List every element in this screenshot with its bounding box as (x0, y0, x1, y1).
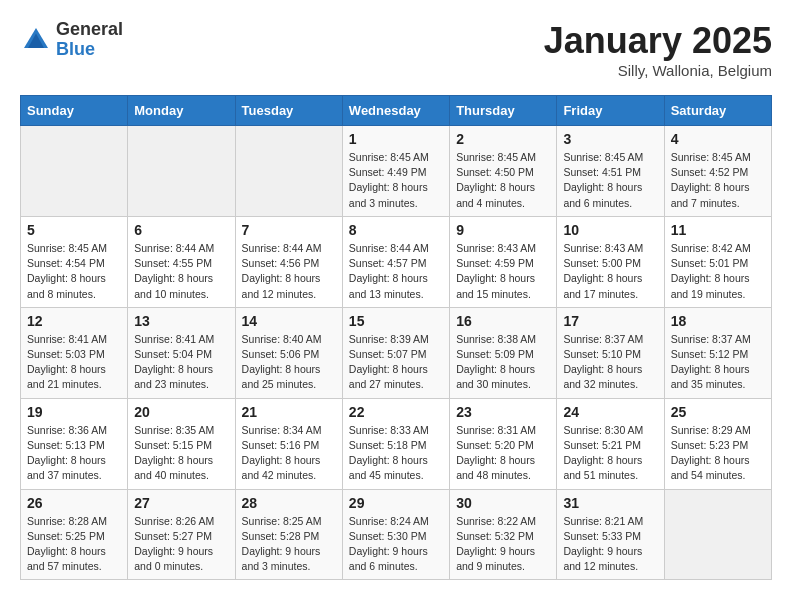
day-number: 29 (349, 495, 443, 511)
calendar-cell (21, 126, 128, 217)
calendar-cell: 6Sunrise: 8:44 AM Sunset: 4:55 PM Daylig… (128, 216, 235, 307)
day-info: Sunrise: 8:45 AM Sunset: 4:52 PM Dayligh… (671, 150, 765, 211)
calendar-cell: 28Sunrise: 8:25 AM Sunset: 5:28 PM Dayli… (235, 489, 342, 580)
calendar-week-row: 26Sunrise: 8:28 AM Sunset: 5:25 PM Dayli… (21, 489, 772, 580)
calendar-cell: 16Sunrise: 8:38 AM Sunset: 5:09 PM Dayli… (450, 307, 557, 398)
calendar-week-row: 19Sunrise: 8:36 AM Sunset: 5:13 PM Dayli… (21, 398, 772, 489)
day-info: Sunrise: 8:43 AM Sunset: 4:59 PM Dayligh… (456, 241, 550, 302)
day-number: 13 (134, 313, 228, 329)
day-info: Sunrise: 8:34 AM Sunset: 5:16 PM Dayligh… (242, 423, 336, 484)
day-info: Sunrise: 8:45 AM Sunset: 4:54 PM Dayligh… (27, 241, 121, 302)
day-number: 26 (27, 495, 121, 511)
logo-text: General Blue (56, 20, 123, 60)
header-cell-sunday: Sunday (21, 96, 128, 126)
day-info: Sunrise: 8:40 AM Sunset: 5:06 PM Dayligh… (242, 332, 336, 393)
calendar-cell: 26Sunrise: 8:28 AM Sunset: 5:25 PM Dayli… (21, 489, 128, 580)
calendar-cell: 14Sunrise: 8:40 AM Sunset: 5:06 PM Dayli… (235, 307, 342, 398)
calendar-header: SundayMondayTuesdayWednesdayThursdayFrid… (21, 96, 772, 126)
calendar-week-row: 1Sunrise: 8:45 AM Sunset: 4:49 PM Daylig… (21, 126, 772, 217)
calendar-cell: 8Sunrise: 8:44 AM Sunset: 4:57 PM Daylig… (342, 216, 449, 307)
calendar-cell: 24Sunrise: 8:30 AM Sunset: 5:21 PM Dayli… (557, 398, 664, 489)
title-block: January 2025 Silly, Wallonia, Belgium (544, 20, 772, 79)
day-number: 12 (27, 313, 121, 329)
day-info: Sunrise: 8:25 AM Sunset: 5:28 PM Dayligh… (242, 514, 336, 575)
day-info: Sunrise: 8:45 AM Sunset: 4:49 PM Dayligh… (349, 150, 443, 211)
day-number: 17 (563, 313, 657, 329)
calendar-cell (128, 126, 235, 217)
calendar-cell: 1Sunrise: 8:45 AM Sunset: 4:49 PM Daylig… (342, 126, 449, 217)
calendar-cell: 19Sunrise: 8:36 AM Sunset: 5:13 PM Dayli… (21, 398, 128, 489)
day-info: Sunrise: 8:37 AM Sunset: 5:12 PM Dayligh… (671, 332, 765, 393)
day-info: Sunrise: 8:41 AM Sunset: 5:03 PM Dayligh… (27, 332, 121, 393)
day-number: 11 (671, 222, 765, 238)
calendar-cell: 23Sunrise: 8:31 AM Sunset: 5:20 PM Dayli… (450, 398, 557, 489)
day-number: 10 (563, 222, 657, 238)
calendar-week-row: 5Sunrise: 8:45 AM Sunset: 4:54 PM Daylig… (21, 216, 772, 307)
day-info: Sunrise: 8:44 AM Sunset: 4:57 PM Dayligh… (349, 241, 443, 302)
day-info: Sunrise: 8:28 AM Sunset: 5:25 PM Dayligh… (27, 514, 121, 575)
day-number: 31 (563, 495, 657, 511)
day-info: Sunrise: 8:31 AM Sunset: 5:20 PM Dayligh… (456, 423, 550, 484)
calendar-cell (664, 489, 771, 580)
day-info: Sunrise: 8:38 AM Sunset: 5:09 PM Dayligh… (456, 332, 550, 393)
calendar-cell: 4Sunrise: 8:45 AM Sunset: 4:52 PM Daylig… (664, 126, 771, 217)
page-header: General Blue January 2025 Silly, Walloni… (20, 20, 772, 79)
day-number: 9 (456, 222, 550, 238)
calendar-cell: 25Sunrise: 8:29 AM Sunset: 5:23 PM Dayli… (664, 398, 771, 489)
day-number: 27 (134, 495, 228, 511)
header-cell-wednesday: Wednesday (342, 96, 449, 126)
calendar-week-row: 12Sunrise: 8:41 AM Sunset: 5:03 PM Dayli… (21, 307, 772, 398)
day-number: 21 (242, 404, 336, 420)
month-title: January 2025 (544, 20, 772, 62)
logo: General Blue (20, 20, 123, 60)
day-info: Sunrise: 8:24 AM Sunset: 5:30 PM Dayligh… (349, 514, 443, 575)
day-info: Sunrise: 8:44 AM Sunset: 4:56 PM Dayligh… (242, 241, 336, 302)
calendar-cell: 20Sunrise: 8:35 AM Sunset: 5:15 PM Dayli… (128, 398, 235, 489)
header-row: SundayMondayTuesdayWednesdayThursdayFrid… (21, 96, 772, 126)
calendar-cell: 31Sunrise: 8:21 AM Sunset: 5:33 PM Dayli… (557, 489, 664, 580)
day-info: Sunrise: 8:29 AM Sunset: 5:23 PM Dayligh… (671, 423, 765, 484)
day-info: Sunrise: 8:44 AM Sunset: 4:55 PM Dayligh… (134, 241, 228, 302)
calendar-cell: 2Sunrise: 8:45 AM Sunset: 4:50 PM Daylig… (450, 126, 557, 217)
day-number: 2 (456, 131, 550, 147)
calendar-cell: 5Sunrise: 8:45 AM Sunset: 4:54 PM Daylig… (21, 216, 128, 307)
calendar-cell: 7Sunrise: 8:44 AM Sunset: 4:56 PM Daylig… (235, 216, 342, 307)
day-info: Sunrise: 8:36 AM Sunset: 5:13 PM Dayligh… (27, 423, 121, 484)
header-cell-saturday: Saturday (664, 96, 771, 126)
day-number: 28 (242, 495, 336, 511)
day-info: Sunrise: 8:21 AM Sunset: 5:33 PM Dayligh… (563, 514, 657, 575)
calendar-cell: 10Sunrise: 8:43 AM Sunset: 5:00 PM Dayli… (557, 216, 664, 307)
day-info: Sunrise: 8:37 AM Sunset: 5:10 PM Dayligh… (563, 332, 657, 393)
location-subtitle: Silly, Wallonia, Belgium (544, 62, 772, 79)
calendar-cell: 15Sunrise: 8:39 AM Sunset: 5:07 PM Dayli… (342, 307, 449, 398)
calendar-cell: 12Sunrise: 8:41 AM Sunset: 5:03 PM Dayli… (21, 307, 128, 398)
day-number: 14 (242, 313, 336, 329)
day-info: Sunrise: 8:45 AM Sunset: 4:51 PM Dayligh… (563, 150, 657, 211)
day-number: 5 (27, 222, 121, 238)
day-number: 20 (134, 404, 228, 420)
header-cell-friday: Friday (557, 96, 664, 126)
day-number: 4 (671, 131, 765, 147)
day-number: 19 (27, 404, 121, 420)
day-number: 3 (563, 131, 657, 147)
calendar-cell: 18Sunrise: 8:37 AM Sunset: 5:12 PM Dayli… (664, 307, 771, 398)
calendar-cell: 30Sunrise: 8:22 AM Sunset: 5:32 PM Dayli… (450, 489, 557, 580)
calendar-table: SundayMondayTuesdayWednesdayThursdayFrid… (20, 95, 772, 580)
calendar-cell: 27Sunrise: 8:26 AM Sunset: 5:27 PM Dayli… (128, 489, 235, 580)
calendar-cell: 21Sunrise: 8:34 AM Sunset: 5:16 PM Dayli… (235, 398, 342, 489)
day-number: 24 (563, 404, 657, 420)
day-info: Sunrise: 8:45 AM Sunset: 4:50 PM Dayligh… (456, 150, 550, 211)
day-info: Sunrise: 8:26 AM Sunset: 5:27 PM Dayligh… (134, 514, 228, 575)
day-info: Sunrise: 8:39 AM Sunset: 5:07 PM Dayligh… (349, 332, 443, 393)
day-info: Sunrise: 8:33 AM Sunset: 5:18 PM Dayligh… (349, 423, 443, 484)
day-number: 16 (456, 313, 550, 329)
calendar-cell: 29Sunrise: 8:24 AM Sunset: 5:30 PM Dayli… (342, 489, 449, 580)
day-number: 8 (349, 222, 443, 238)
calendar-cell: 13Sunrise: 8:41 AM Sunset: 5:04 PM Dayli… (128, 307, 235, 398)
header-cell-monday: Monday (128, 96, 235, 126)
day-number: 6 (134, 222, 228, 238)
day-info: Sunrise: 8:22 AM Sunset: 5:32 PM Dayligh… (456, 514, 550, 575)
day-info: Sunrise: 8:41 AM Sunset: 5:04 PM Dayligh… (134, 332, 228, 393)
day-number: 1 (349, 131, 443, 147)
day-number: 7 (242, 222, 336, 238)
